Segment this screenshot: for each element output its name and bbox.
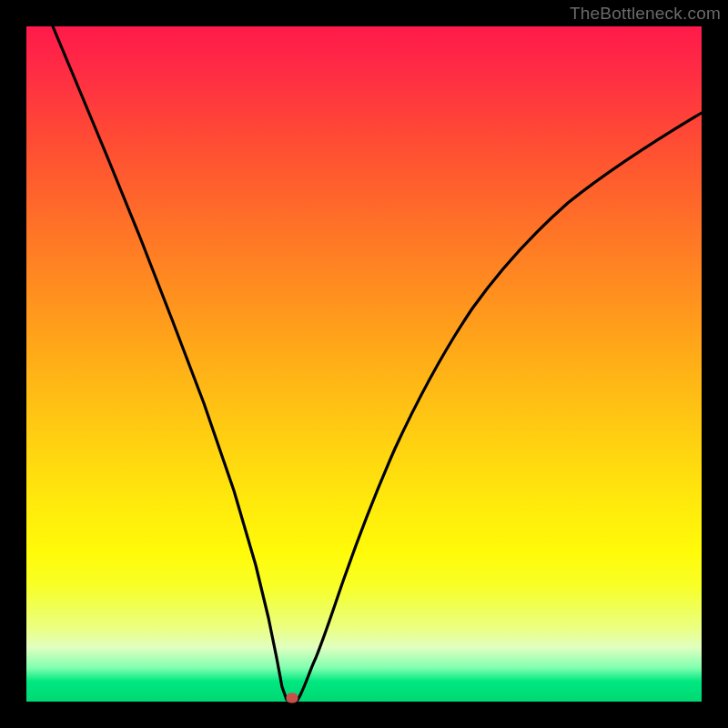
watermark: TheBottleneck.com — [570, 4, 721, 24]
curve-svg — [26, 26, 702, 702]
bottleneck-curve-left — [53, 26, 298, 700]
bottleneck-curve-right — [298, 113, 702, 700]
chart-frame: TheBottleneck.com — [0, 0, 728, 728]
plot-area — [26, 26, 702, 702]
bottleneck-marker — [287, 693, 298, 703]
